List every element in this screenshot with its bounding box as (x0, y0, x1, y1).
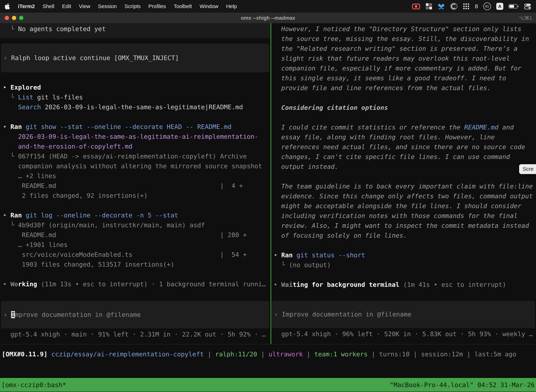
terminal-line: output instead. (274, 162, 536, 172)
terminal-line: evidence. Since this change only affects… (274, 191, 536, 201)
terminal-line: … +1901 lines (3, 240, 270, 250)
terminal-line: 2026-03-09-is-legal-the-same-as-legitima… (3, 132, 270, 142)
right-model-status: gpt-5.4 xhigh · 96% left · 520K in · 5.8… (271, 328, 536, 339)
terminal-line: … +2 lines (3, 171, 270, 181)
terminal-line: review. Also, I might want to inspect th… (274, 221, 536, 231)
terminal-line: of focusing solely on file lines. (274, 231, 536, 240)
terminal-line: › Ralph loop active continue [OMX_TMUX_I… (4, 53, 267, 63)
terminal-line: 1903 files changed, 513517 insertions(+) (3, 260, 270, 269)
terminal-line: essay file, along with finding root file… (274, 132, 536, 142)
omx-status-bar: [OMX#0.11.9] cczip/essay/ai-reimplementa… (0, 344, 536, 378)
terminal-line: including verification notes with those … (274, 211, 536, 221)
terminal-panes: └ No agents completed yet › Ralph loop a… (0, 23, 536, 344)
terminal-line: the "Related research writing" section i… (274, 44, 536, 54)
terminal-line (274, 240, 536, 250)
terminal-line: I could cite commit statistics or refere… (274, 122, 536, 132)
terminal-line (3, 112, 270, 122)
right-pane: However, I noticed the "Directory Struct… (271, 23, 536, 344)
apple-menu-icon[interactable] (5, 3, 10, 9)
terminal-line (274, 112, 536, 122)
right-composer-input[interactable]: › Improve documentation in @filename (272, 301, 535, 328)
terminal-line: gpt-5.4 xhigh · 96% left · 520K in · 5.8… (274, 329, 536, 339)
agents-summary-panel: └ No agents completed yet (0, 23, 270, 38)
menu-item-window[interactable]: Window (200, 3, 218, 9)
traffic-lights (0, 16, 23, 20)
terminal-line: the source tree, missing the essay. Stil… (274, 34, 536, 44)
terminal-line: and-the-erosion-of-copyleft.md (3, 142, 270, 151)
tmux-session-label: [omx-cczip0:bash* (1, 381, 66, 388)
control-center-icon[interactable] (524, 3, 531, 10)
terminal-line: └ 067f154 (HEAD -> essay/ai-reimplementa… (3, 151, 270, 161)
tmux-status-bar: [omx-cczip0:bash* "MacBook-Pro-44.local"… (0, 378, 536, 392)
terminal-line: └ (no output) (274, 260, 536, 270)
terminal-line: 2 files changed, 92 insertions(+) (3, 191, 270, 201)
close-window-button[interactable] (5, 16, 9, 20)
bluesky-app-icon[interactable] (438, 3, 445, 10)
screen-recording-icon[interactable] (412, 3, 420, 10)
ralph-loop-banner: › Ralph loop active continue [OMX_TMUX_I… (1, 44, 269, 72)
menu-item-session[interactable]: Session (98, 3, 117, 9)
menu-item-iterm2[interactable]: iTerm2 (18, 3, 35, 9)
menu-item-help[interactable]: Help (226, 3, 237, 9)
left-composer-input[interactable]: › Improve documentation in @filename (1, 301, 269, 328)
menu-item-profiles[interactable]: Profiles (148, 3, 166, 9)
left-transcript: • Explored └ List git ls-files Search 20… (0, 72, 270, 289)
battery-icon[interactable] (509, 4, 519, 9)
menu-item-shell[interactable]: Shell (43, 3, 54, 9)
terminal-line: • Ran git show --stat --oneline --decora… (3, 122, 270, 132)
omx-status-line: [OMX#0.11.9] cczip/essay/ai-reimplementa… (2, 349, 536, 359)
stage-manager-icon[interactable] (426, 3, 432, 10)
menu-item-scripts[interactable]: Scripts (124, 3, 141, 9)
composer-line[interactable]: › Improve documentation in @filename (4, 310, 267, 320)
terminal-line: src/voice/voiceModeEnabled.ts | 54 + (3, 250, 270, 260)
terminal-line (3, 269, 270, 279)
app-grid-icon[interactable] (463, 3, 469, 10)
minimize-window-button[interactable] (12, 16, 16, 20)
terminal-line: README.md | 280 + (3, 230, 270, 240)
terminal-line: references need actual files, and since … (274, 142, 536, 152)
terminal-line (274, 93, 536, 103)
terminal-line (274, 172, 536, 182)
battery-percent-icon[interactable]: 61 (483, 2, 491, 10)
terminal-line: However, I noticed the "Directory Struct… (274, 24, 536, 34)
window-title-bar[interactable]: omx --xhigh --madmax ⌥⌘1 (0, 13, 536, 23)
terminal-line: companion file, especially if more comme… (274, 63, 536, 73)
window-shortcut-hint: ⌥⌘1 (519, 15, 532, 21)
terminal-line: • Explored (3, 83, 270, 92)
menu-item-edit[interactable]: Edit (62, 3, 71, 9)
terminal-line: this single essay, it seems like a good … (274, 73, 536, 83)
menu-bar: iTerm2ShellEditViewSessionScriptsProfile… (0, 0, 536, 13)
terminal-line: README.md | 4 + (3, 181, 270, 191)
menu-item-view[interactable]: View (79, 3, 90, 9)
menu-items: iTerm2ShellEditViewSessionScriptsProfile… (18, 3, 237, 9)
terminal-line: changes, I can't cite specific file line… (274, 152, 536, 162)
terminal-line: └ No agents completed yet (3, 24, 270, 34)
input-source-icon[interactable]: A (496, 3, 503, 10)
terminal-line: └ List git ls-files (3, 92, 270, 102)
zoom-window-button[interactable] (19, 16, 23, 20)
window-title: omx --xhigh --madmax (0, 15, 536, 21)
terminal-line: The team guideline is to back every impo… (274, 182, 536, 191)
terminal-line: gpt-5.4 xhigh · main · 91% left · 2.31M … (3, 330, 270, 339)
terminal-line: • Ran git status --short (274, 250, 536, 260)
terminal-line: • Ran git log --oneline --decorate -n 5 … (3, 210, 270, 220)
terminal-line (3, 201, 270, 210)
terminal-line: • Working (11m 13s • esc to interrupt) ·… (3, 279, 270, 289)
left-model-status: gpt-5.4 xhigh · main · 91% left · 2.31M … (0, 328, 270, 339)
terminal-line (274, 270, 536, 280)
right-transcript: However, I noticed the "Directory Struct… (271, 23, 536, 289)
screen-share-overlay-button[interactable]: Scre (519, 164, 536, 174)
terminal-line: might be acceptable alongside the file l… (274, 201, 536, 211)
terminal-line: slight risk that future readers may over… (274, 54, 536, 63)
terminal-line: provide file and line references from th… (274, 83, 536, 93)
terminal-line: Search 2026-03-09-is-legal-the-same-as-l… (3, 102, 270, 112)
terminal-line: Considering citation options (274, 103, 536, 112)
composer-line[interactable]: › Improve documentation in @filename (274, 309, 532, 319)
figure-eight-icon[interactable]: 8 (475, 3, 478, 10)
dark-app-icon[interactable] (450, 3, 458, 10)
terminal-line: companion analysis without altering the … (3, 161, 270, 171)
left-pane: └ No agents completed yet › Ralph loop a… (0, 23, 270, 344)
tmux-host-clock: "MacBook-Pro-44.local" 04:52 31-Mar-26 (390, 381, 535, 388)
terminal-line: • Waiting for background terminal (1m 41… (274, 280, 536, 289)
menu-item-toolbelt[interactable]: Toolbelt (174, 3, 192, 9)
